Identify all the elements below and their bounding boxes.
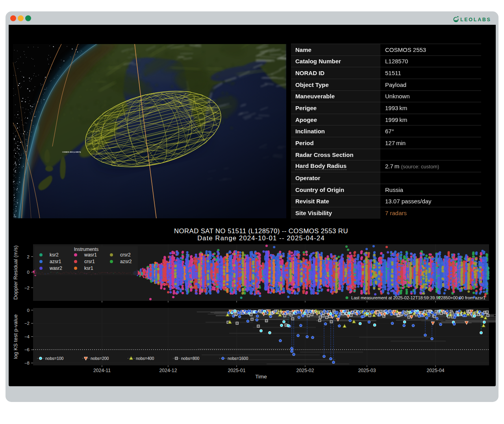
svg-text:Instruments: Instruments [74, 247, 99, 252]
svg-text:2025-04: 2025-04 [426, 368, 444, 373]
svg-text:Last measurement at 2025-02-12: Last measurement at 2025-02-12T18:59:39.… [351, 295, 485, 300]
svg-text:wasr1: wasr1 [84, 252, 97, 258]
svg-text:nobs=1600: nobs=1600 [228, 356, 248, 361]
svg-text:ksr1: ksr1 [84, 265, 93, 271]
svg-text:wasr2: wasr2 [49, 265, 62, 271]
svg-text:−8: −8 [24, 361, 30, 365]
svg-text:nobs=400: nobs=400 [136, 356, 154, 361]
svg-text:Time: Time [255, 374, 267, 380]
svg-text:2025-03: 2025-03 [358, 368, 376, 373]
svg-text:azsr1: azsr1 [50, 259, 61, 264]
svg-text:nobs=100: nobs=100 [45, 356, 64, 361]
svg-text:2024-11: 2024-11 [93, 368, 111, 373]
svg-text:nobs=800: nobs=800 [181, 356, 200, 361]
svg-text:ksr2: ksr2 [50, 252, 59, 258]
svg-text:crsr2: crsr2 [120, 252, 131, 258]
svg-text:−4: −4 [24, 334, 30, 339]
svg-text:2025-01: 2025-01 [228, 368, 245, 373]
svg-text:Doppler Residual (m/s): Doppler Residual (m/s) [13, 245, 19, 300]
svg-text:2024-12: 2024-12 [159, 368, 177, 373]
svg-text:−6: −6 [24, 347, 30, 352]
svg-text:0: 0 [27, 270, 30, 275]
svg-text:azsr2: azsr2 [120, 259, 132, 264]
svg-text:crsr1: crsr1 [84, 259, 95, 264]
svg-text:2: 2 [27, 254, 30, 259]
svg-text:Date Range 2024-10-01 -- 2025-: Date Range 2024-10-01 -- 2025-04-24 [197, 234, 325, 241]
svg-text:NORAD SAT NO 51511 (L128570) -: NORAD SAT NO 51511 (L128570) -- COSMOS 2… [174, 227, 348, 235]
svg-text:nobs=200: nobs=200 [91, 356, 109, 361]
svg-text:−2: −2 [24, 321, 30, 326]
svg-text:2025-02: 2025-02 [296, 368, 314, 373]
svg-text:LEOLABS: LEOLABS [460, 17, 491, 22]
svg-text:COSMOS 2553 (L128570): COSMOS 2553 (L128570) [62, 151, 81, 153]
svg-text:log KS test p-value: log KS test p-value [13, 314, 19, 359]
svg-text:0: 0 [27, 308, 30, 313]
svg-text:−2: −2 [24, 286, 30, 290]
